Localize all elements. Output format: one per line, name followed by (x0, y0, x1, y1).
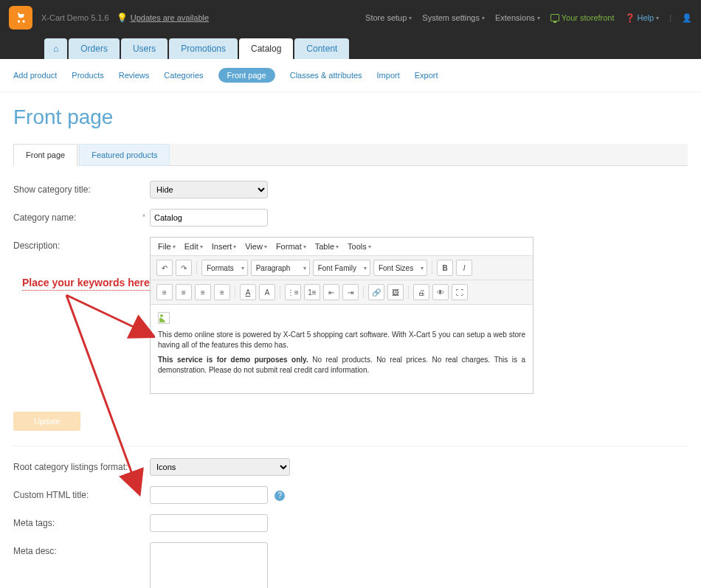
tab-content[interactable]: Content (294, 38, 349, 59)
editor-paragraph: This service is for demo purposes only. … (158, 355, 525, 376)
chevron-down-icon: ▾ (656, 15, 659, 21)
storefront-link[interactable]: Your storefront (550, 13, 615, 22)
page-content: Front page Front page Featured products … (0, 92, 701, 588)
menu-tools[interactable]: Tools▾ (348, 242, 371, 251)
menu-format[interactable]: Format▾ (276, 242, 306, 251)
subnav-import[interactable]: Import (377, 71, 400, 80)
extensions-menu[interactable]: Extensions▾ (495, 13, 540, 22)
subnav-export[interactable]: Export (415, 71, 438, 80)
chevron-down-icon: ▾ (482, 15, 485, 21)
menu-view[interactable]: View▾ (245, 242, 267, 251)
editor-content[interactable]: This demo online store is powered by X-C… (151, 305, 533, 393)
subnav-categories[interactable]: Categories (164, 71, 203, 80)
bullet-list-icon[interactable]: ⋮≡ (285, 284, 301, 300)
help-menu[interactable]: ❓Help▾ (625, 13, 660, 23)
link-icon[interactable]: 🔗 (368, 284, 384, 300)
page-title: Front page (13, 106, 688, 129)
show-title-label: Show category title: (13, 181, 150, 195)
menu-edit[interactable]: Edit▾ (184, 242, 203, 251)
chevron-down-icon: ▾ (537, 15, 540, 21)
outdent-icon[interactable]: ⇤ (323, 284, 339, 300)
main-nav: ⌂ Orders Users Promotions Catalog Conten… (0, 35, 701, 59)
chevron-down-icon: ▾ (409, 15, 412, 21)
system-settings-menu[interactable]: System settings▾ (422, 13, 485, 22)
app-logo[interactable] (9, 6, 32, 30)
subnav-classes[interactable]: Classes & attributes (290, 71, 362, 80)
root-format-select[interactable]: Icons (150, 458, 290, 476)
section-divider (13, 446, 688, 446)
category-name-label: Category name: (13, 209, 150, 223)
cart-icon (13, 10, 28, 25)
align-justify-icon[interactable]: ≡ (214, 284, 230, 300)
category-name-input[interactable] (150, 209, 268, 226)
subnav-reviews[interactable]: Reviews (119, 71, 150, 80)
store-setup-menu[interactable]: Store setup▾ (365, 13, 412, 22)
bulb-icon: 💡 (117, 13, 128, 23)
subnav-add-product[interactable]: Add product (13, 71, 57, 80)
subnav-products[interactable]: Products (72, 71, 103, 80)
tab-catalog[interactable]: Catalog (239, 38, 293, 59)
paragraph-select[interactable]: Paragraph (251, 260, 310, 276)
top-right-menu: Store setup▾ System settings▾ Extensions… (365, 13, 692, 23)
update-button[interactable]: Update (13, 412, 80, 431)
menu-table[interactable]: Table▾ (315, 242, 339, 251)
number-list-icon[interactable]: 1≡ (304, 284, 320, 300)
meta-tags-label: Meta tags: (13, 514, 150, 528)
tab-orders[interactable]: Orders (69, 38, 120, 59)
home-icon: ⌂ (53, 44, 58, 54)
align-left-icon[interactable]: ≡ (156, 284, 173, 300)
image-icon[interactable]: 🖼 (387, 284, 404, 300)
editor-paragraph: This demo online store is powered by X-C… (158, 330, 525, 350)
rich-text-editor: File▾ Edit▾ Insert▾ View▾ Format▾ Table▾… (150, 237, 533, 394)
tab-users[interactable]: Users (121, 38, 168, 59)
meta-tags-input[interactable] (150, 514, 268, 532)
sub-nav: Add product Products Reviews Categories … (0, 59, 701, 92)
html-title-label: Custom HTML title: (13, 486, 150, 500)
meta-desc-textarea[interactable] (150, 542, 268, 588)
editor-toolbar-1: ↶ ↷ Formats Paragraph Font Family Font S… (151, 256, 533, 280)
tab-home[interactable]: ⌂ (44, 38, 67, 59)
root-format-label: Root category listings format: (13, 458, 150, 472)
sub-tabs: Front page Featured products (13, 144, 688, 166)
subnav-front-page[interactable]: Front page (218, 68, 275, 83)
bg-color-icon[interactable]: A (259, 284, 275, 300)
text-color-icon[interactable]: A (240, 284, 256, 300)
tab-promotions[interactable]: Promotions (169, 38, 238, 59)
required-asterisk: * (142, 213, 145, 221)
fullscreen-icon[interactable]: ⛶ (452, 284, 468, 300)
formats-select[interactable]: Formats (201, 260, 248, 276)
align-center-icon[interactable]: ≡ (176, 284, 192, 300)
help-icon-small: ❓ (625, 13, 635, 23)
top-bar: X-Cart Demo 5.1.6 💡 Updates are availabl… (0, 0, 701, 35)
editor-menubar: File▾ Edit▾ Insert▾ View▾ Format▾ Table▾… (151, 238, 533, 256)
editor-toolbar-2: ≡ ≡ ≡ ≡ A A ⋮≡ 1≡ ⇤ ⇥ 🔗 🖼 🖨 (151, 280, 533, 305)
font-sizes-select[interactable]: Font Sizes (373, 260, 427, 276)
monitor-icon (550, 14, 559, 21)
undo-icon[interactable]: ↶ (156, 260, 173, 276)
menu-file[interactable]: File▾ (158, 242, 176, 251)
menu-insert[interactable]: Insert▾ (212, 242, 237, 251)
description-label: Description: (13, 237, 150, 251)
broken-image-icon (158, 312, 170, 324)
print-icon[interactable]: 🖨 (413, 284, 429, 300)
user-icon[interactable]: 👤 (682, 13, 692, 23)
subtab-featured[interactable]: Featured products (79, 144, 170, 166)
indent-icon[interactable]: ⇥ (342, 284, 359, 300)
updates-link[interactable]: Updates are available (131, 13, 209, 22)
html-title-input[interactable] (150, 486, 268, 504)
divider: | (669, 13, 671, 22)
show-title-select[interactable]: Hide (150, 181, 268, 198)
version-text: X-Cart Demo 5.1.6 (41, 13, 109, 22)
font-family-select[interactable]: Font Family (313, 260, 370, 276)
meta-desc-label: Meta desc: (13, 542, 150, 556)
subtab-front-page[interactable]: Front page (13, 144, 77, 166)
bold-icon[interactable]: B (437, 260, 453, 276)
align-right-icon[interactable]: ≡ (195, 284, 211, 300)
preview-icon[interactable]: 👁 (432, 284, 449, 300)
redo-icon[interactable]: ↷ (176, 260, 192, 276)
italic-icon[interactable]: I (456, 260, 472, 276)
help-icon[interactable]: ? (274, 491, 285, 501)
